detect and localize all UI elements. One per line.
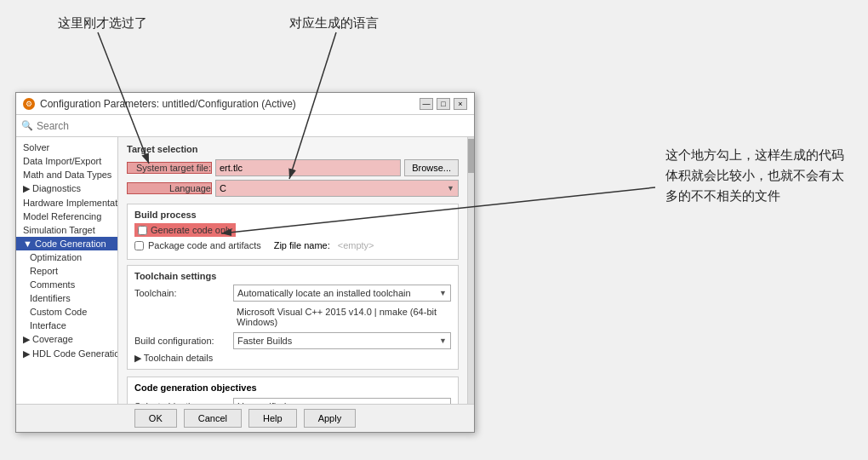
- generate-code-row: Generate code only: [134, 223, 451, 237]
- toolchain-dropdown-arrow: ▼: [439, 289, 447, 297]
- package-label: Package code and artifacts: [148, 240, 261, 250]
- toolchain-sub-value: Microsoft Visual C++ 2015 v14.0 | nmake …: [233, 305, 451, 329]
- main-panel: Target selection System target file: Bro…: [118, 137, 467, 404]
- ok-button[interactable]: OK: [134, 409, 177, 428]
- build-config-value: Faster Builds: [237, 336, 292, 346]
- search-input[interactable]: [37, 120, 469, 132]
- target-selection-title: Target selection: [127, 144, 459, 154]
- sidebar-item-custom-code[interactable]: Custom Code: [16, 305, 117, 319]
- sidebar-item-report[interactable]: Report: [16, 264, 117, 278]
- close-button[interactable]: ×: [454, 98, 467, 110]
- sidebar-item-hdl[interactable]: ▶ HDL Code Generation: [16, 347, 117, 361]
- sidebar-item-sim-target[interactable]: Simulation Target: [16, 223, 117, 237]
- sidebar-item-interface[interactable]: Interface: [16, 319, 117, 332]
- select-objective-row: Select objective: Unspecified ▼: [134, 398, 451, 404]
- sidebar-item-math[interactable]: Math and Data Types: [16, 168, 117, 181]
- build-config-arrow: ▼: [439, 336, 447, 345]
- toolchain-title: Toolchain settings: [134, 271, 451, 281]
- sidebar: Solver Data Import/Export Math and Data …: [16, 137, 118, 404]
- toolchain-details-expand[interactable]: ▶ Toolchain details: [134, 353, 451, 364]
- sidebar-item-comments[interactable]: Comments: [16, 278, 117, 291]
- generate-code-label: Generate code only: [151, 225, 232, 235]
- build-process-title: Build process: [134, 210, 451, 220]
- select-objective-dropdown[interactable]: Unspecified ▼: [233, 398, 451, 404]
- objectives-section: Code generation objectives Select object…: [127, 377, 459, 404]
- sidebar-item-hardware[interactable]: Hardware Implementation: [16, 196, 117, 210]
- language-row: Language C ▼: [127, 180, 459, 197]
- scrollbar[interactable]: [467, 137, 474, 404]
- minimize-button[interactable]: —: [420, 98, 433, 110]
- dialog-title-area: ⚙ Configuration Parameters: untitled/Con…: [23, 98, 296, 110]
- toolchain-sub-row: Microsoft Visual C++ 2015 v14.0 | nmake …: [134, 305, 451, 329]
- dialog-title: Configuration Parameters: untitled/Confi…: [40, 98, 296, 110]
- toolchain-row: Toolchain: Automatically locate an insta…: [134, 285, 451, 302]
- zip-label: Zip file name:: [274, 240, 330, 250]
- dialog-footer: OK Cancel Help Apply: [16, 404, 474, 432]
- language-value: C: [220, 183, 226, 193]
- language-dropdown[interactable]: C ▼: [215, 180, 459, 197]
- apply-button[interactable]: Apply: [304, 409, 357, 428]
- annotation-top-left: 这里刚才选过了: [58, 15, 147, 32]
- search-icon: 🔍: [21, 120, 33, 131]
- dialog-titlebar: ⚙ Configuration Parameters: untitled/Con…: [16, 93, 474, 115]
- sidebar-item-model-ref[interactable]: Model Referencing: [16, 210, 117, 223]
- maximize-button[interactable]: □: [437, 98, 450, 110]
- build-process-section: Build process Generate code only Package…: [127, 204, 459, 260]
- sidebar-item-coverage[interactable]: ▶ Coverage: [16, 332, 117, 347]
- scrollbar-thumb[interactable]: [468, 139, 474, 173]
- toolchain-label: Toolchain:: [134, 288, 228, 298]
- language-dropdown-arrow: ▼: [447, 184, 454, 193]
- sidebar-item-identifiers[interactable]: Identifiers: [16, 291, 117, 305]
- toolchain-dropdown[interactable]: Automatically locate an installed toolch…: [233, 285, 451, 302]
- language-label: Language: [127, 182, 212, 194]
- system-target-row: System target file: Browse...: [127, 159, 459, 176]
- sidebar-item-code-gen[interactable]: ▼ Code Generation: [16, 237, 117, 250]
- toolchain-section: Toolchain settings Toolchain: Automatica…: [127, 265, 459, 370]
- search-bar: 🔍: [16, 115, 474, 137]
- title-controls: — □ ×: [420, 98, 467, 110]
- sidebar-item-data-import[interactable]: Data Import/Export: [16, 154, 117, 168]
- system-target-input[interactable]: [215, 159, 401, 176]
- help-button[interactable]: Help: [248, 409, 297, 428]
- sidebar-item-solver[interactable]: Solver: [16, 141, 117, 154]
- build-config-dropdown[interactable]: Faster Builds ▼: [233, 332, 451, 349]
- zip-value: <empty>: [338, 240, 374, 250]
- package-row: Package code and artifacts Zip file name…: [134, 240, 451, 250]
- generate-code-highlight: Generate code only: [134, 223, 236, 237]
- toolchain-value-text: Automatically locate an installed toolch…: [237, 288, 411, 298]
- annotation-right: 这个地方勾上，这样生成的代码 体积就会比较小，也就不会有太 多的不不相关的文件: [665, 145, 853, 206]
- config-dialog: ⚙ Configuration Parameters: untitled/Con…: [15, 92, 475, 433]
- objectives-title: Code generation objectives: [134, 382, 451, 393]
- sidebar-item-optimization[interactable]: Optimization: [16, 250, 117, 264]
- dialog-icon: ⚙: [23, 98, 35, 110]
- build-config-label: Build configuration:: [134, 336, 228, 346]
- package-checkbox[interactable]: [134, 241, 144, 250]
- dialog-body: Solver Data Import/Export Math and Data …: [16, 137, 474, 404]
- system-target-label: System target file:: [127, 162, 212, 174]
- sidebar-item-diagnostics[interactable]: ▶ Diagnostics: [16, 181, 117, 196]
- cancel-button[interactable]: Cancel: [184, 409, 242, 428]
- generate-code-checkbox[interactable]: [138, 226, 147, 235]
- build-config-row: Build configuration: Faster Builds ▼: [134, 332, 451, 349]
- annotation-top-center: 对应生成的语言: [289, 15, 379, 32]
- browse-button[interactable]: Browse...: [404, 159, 459, 176]
